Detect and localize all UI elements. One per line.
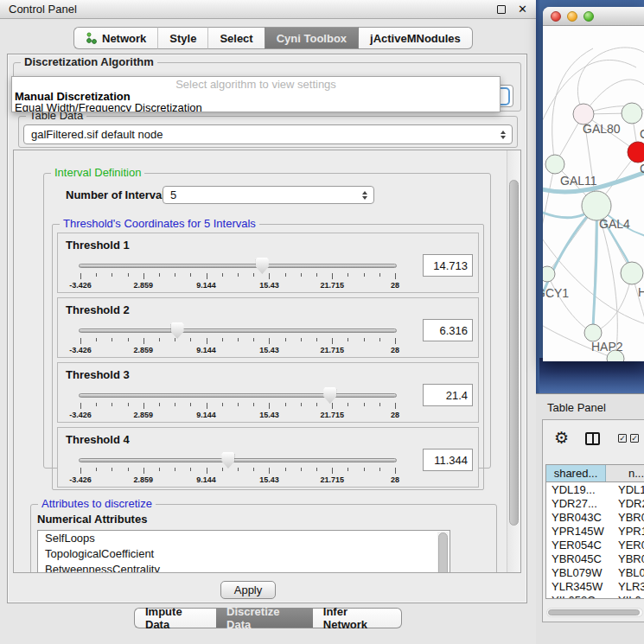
dropdown-placeholder-option[interactable]: Select algorithm to view settings bbox=[12, 77, 500, 91]
threshold-1-slider[interactable]: -3.4262.8599.14415.4321.71528 bbox=[79, 258, 397, 290]
node-red-selected[interactable] bbox=[628, 142, 644, 163]
cell-shared-name[interactable]: YBL079W bbox=[546, 566, 612, 579]
threshold-3-slider[interactable]: -3.4262.8599.14415.4321.71528 bbox=[79, 387, 397, 420]
table-row[interactable]: YBR043CYBR0 bbox=[546, 510, 644, 524]
slider-track[interactable] bbox=[79, 458, 397, 462]
slider-tick bbox=[80, 403, 81, 409]
tab-jactivemnodules[interactable]: jActiveMNodules bbox=[359, 27, 473, 49]
slider-track[interactable] bbox=[79, 264, 397, 268]
attribute-item[interactable]: BetweennessCentrality bbox=[38, 562, 450, 573]
numerical-attributes-list[interactable]: SelfLoopsTopologicalCoefficientBetweenne… bbox=[37, 530, 450, 573]
zoom-traffic-light-icon[interactable] bbox=[583, 11, 594, 22]
gear-icon[interactable]: ⚙ bbox=[554, 430, 569, 446]
table-row[interactable]: YPR145WYPR1 bbox=[546, 524, 644, 538]
apply-button[interactable]: Apply bbox=[220, 581, 276, 599]
node-gcy1[interactable] bbox=[543, 266, 555, 282]
table-row[interactable]: YDL19...YDL1 bbox=[546, 482, 644, 496]
slider-scale: -3.4262.8599.14415.4321.71528 bbox=[80, 402, 395, 419]
attribute-item[interactable]: SelfLoops bbox=[38, 531, 450, 546]
node-right-mid[interactable] bbox=[621, 262, 643, 284]
threshold-2-slider[interactable]: -3.4262.8599.14415.4321.71528 bbox=[79, 322, 397, 355]
cell-shared-name[interactable]: YDL19... bbox=[546, 483, 612, 496]
tab-impute-data[interactable]: Impute Data bbox=[134, 608, 216, 628]
threshold-1-value-field[interactable]: 14.713 bbox=[423, 254, 473, 277]
node-gal11[interactable] bbox=[545, 155, 564, 174]
threshold-3-value-field[interactable]: 21.4 bbox=[423, 384, 473, 406]
scrollbar-thumb[interactable] bbox=[509, 180, 519, 526]
split-columns-icon[interactable] bbox=[585, 432, 600, 445]
cell-shared-name[interactable]: YBR045C bbox=[546, 552, 612, 565]
cell-shared-name[interactable]: YPR145W bbox=[546, 525, 612, 538]
slider-tick bbox=[175, 273, 175, 277]
table-row[interactable]: YBL079WYBL0 bbox=[546, 565, 644, 579]
table-row[interactable]: YDR27...YDR2 bbox=[546, 496, 644, 510]
tab-style[interactable]: Style bbox=[157, 27, 207, 49]
slider-tick bbox=[348, 338, 348, 341]
cell-shared-name[interactable]: YLR345W bbox=[546, 580, 612, 593]
threshold-4-value-field[interactable]: 11.344 bbox=[423, 449, 473, 471]
column-header-shared-name[interactable]: shared... bbox=[546, 465, 606, 481]
cell-name[interactable]: YBR0 bbox=[612, 552, 644, 565]
slider-tick bbox=[316, 403, 317, 406]
cell-name[interactable]: YDR2 bbox=[612, 497, 644, 510]
network-window-titlebar[interactable] bbox=[543, 7, 644, 26]
tab-cyni-toolbox[interactable]: Cyni Toolbox bbox=[265, 27, 359, 49]
cell-shared-name[interactable]: YIL052C bbox=[546, 594, 612, 600]
slider-tick bbox=[222, 273, 223, 277]
cell-name[interactable]: YIL0 bbox=[612, 594, 644, 600]
cell-name[interactable]: YBR0 bbox=[612, 511, 644, 524]
combo-spinner-icon bbox=[362, 191, 367, 200]
table-row[interactable]: YIL052CYIL0 bbox=[546, 593, 644, 599]
table-data-combobox[interactable]: galFiltered.sif default node bbox=[23, 124, 513, 144]
checkbox-icon[interactable]: ✓ bbox=[618, 434, 627, 443]
node-hap2[interactable] bbox=[584, 324, 602, 341]
list-scrollbar[interactable] bbox=[437, 532, 449, 573]
number-of-intervals-combobox[interactable]: 5 bbox=[163, 186, 374, 204]
tab-label: Network bbox=[102, 32, 146, 45]
attribute-item[interactable]: TopologicalCoefficient bbox=[38, 546, 450, 562]
network-icon bbox=[86, 32, 97, 44]
node-top-right[interactable] bbox=[622, 103, 642, 124]
cyni-bottom-tabs: Impute Data Discretize Data Infer Networ… bbox=[134, 608, 402, 628]
dropdown-option-equal-width[interactable]: Equal Width/Frequency Discretization bbox=[12, 102, 500, 112]
tab-infer-network[interactable]: Infer Network bbox=[313, 608, 402, 628]
cell-shared-name[interactable]: YBR043C bbox=[546, 511, 612, 524]
slider-tick bbox=[207, 273, 207, 279]
tab-network[interactable]: Network bbox=[73, 27, 157, 49]
minimize-traffic-light-icon[interactable] bbox=[567, 11, 577, 22]
scrollbar-thumb[interactable] bbox=[548, 609, 640, 615]
close-traffic-light-icon[interactable] bbox=[551, 11, 561, 22]
cell-name[interactable]: YPR1 bbox=[612, 525, 644, 538]
float-window-icon[interactable] bbox=[497, 5, 506, 14]
settings-vertical-scrollbar[interactable] bbox=[507, 150, 520, 572]
cell-name[interactable]: YER0 bbox=[612, 539, 644, 552]
cell-name[interactable]: YDL1 bbox=[612, 483, 644, 496]
slider-tick-label: 2.859 bbox=[134, 411, 154, 419]
combo-spinner-icon bbox=[501, 131, 506, 139]
table-row[interactable]: YER054CYER0 bbox=[546, 538, 644, 552]
tab-select[interactable]: Select bbox=[207, 27, 264, 49]
cell-shared-name[interactable]: YER054C bbox=[546, 539, 612, 552]
cell-name[interactable]: YBL0 bbox=[612, 566, 644, 579]
table-data-value: galFiltered.sif default node bbox=[31, 128, 163, 141]
network-view-window[interactable]: GAL11 GAL80 GA C GAL4 GCY1 H HAP2 bbox=[543, 7, 644, 361]
cell-shared-name[interactable]: YDR27... bbox=[546, 497, 612, 510]
threshold-4-slider[interactable]: -3.4262.8599.14415.4321.71528 bbox=[79, 452, 397, 485]
slider-track[interactable] bbox=[79, 328, 397, 333]
network-canvas[interactable]: GAL11 GAL80 GA C GAL4 GCY1 H HAP2 bbox=[543, 26, 644, 361]
slider-track[interactable] bbox=[79, 393, 397, 398]
table-panel: Table Panel ⚙ ✓ ✓ shared... n... YDL19..… bbox=[536, 393, 644, 644]
close-icon[interactable]: ✕ bbox=[518, 5, 527, 14]
checkbox-icon[interactable]: ✓ bbox=[630, 434, 639, 443]
cell-name[interactable]: YLR3 bbox=[612, 580, 644, 593]
tab-discretize-data[interactable]: Discretize Data bbox=[216, 608, 313, 628]
column-header-name[interactable]: n... bbox=[606, 465, 644, 481]
slider-tick bbox=[316, 468, 317, 471]
slider-tick bbox=[143, 273, 144, 279]
table-row[interactable]: YLR345WYLR3 bbox=[546, 579, 644, 593]
node-gal4[interactable] bbox=[582, 191, 611, 220]
table-row[interactable]: YBR045CYBR0 bbox=[546, 552, 644, 565]
slider-tick bbox=[348, 273, 348, 277]
table-horizontal-scrollbar[interactable] bbox=[546, 608, 643, 617]
threshold-2-value-field[interactable]: 6.316 bbox=[423, 319, 473, 341]
